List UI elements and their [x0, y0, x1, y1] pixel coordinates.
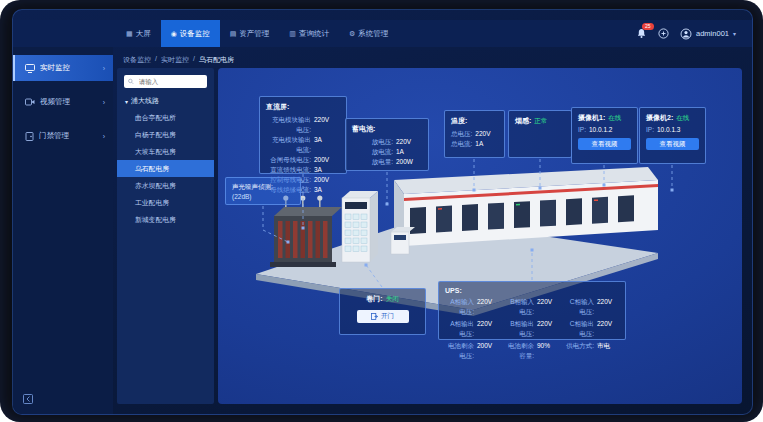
video-camera-icon	[25, 98, 35, 106]
panel-title: 摄像机2:	[646, 113, 673, 123]
ip-value: 10.0.1.3	[657, 126, 681, 133]
topbar-right: 25 admin001 ▾	[636, 20, 752, 47]
metric-value: 220V	[537, 297, 559, 317]
metric-label: 放电压:	[352, 137, 393, 147]
metric-value: 3A	[314, 165, 340, 175]
sidebar-item-video-mgmt[interactable]: 视频管理 ›	[13, 89, 113, 115]
tree-item[interactable]: 工业配电房	[117, 194, 214, 211]
tree-item[interactable]: 大坡车配电房	[117, 143, 214, 160]
ip-label: IP:	[646, 126, 654, 133]
sidebar-item-access-mgmt[interactable]: 门禁管理 ›	[13, 123, 113, 149]
metric-label: B相输出电压:	[505, 319, 534, 339]
tree-item[interactable]: 曲合亭配电所	[117, 109, 214, 126]
temperature-panel: 温度: 总电压:220V 总电流:1A	[444, 110, 505, 158]
breadcrumb-item[interactable]: 实时监控	[161, 55, 189, 65]
nav-label: 大屏	[136, 29, 151, 39]
fullscreen-icon	[658, 28, 669, 39]
door-panel: 卷门: 关闭 开门	[339, 288, 426, 335]
tree-group-node[interactable]: ▾ 浦大线路	[117, 94, 214, 109]
nav-item-query-stats[interactable]: ▥ 查询统计	[279, 20, 339, 47]
metric-label: C相输出电压:	[565, 319, 594, 339]
metric-label: 放电量:	[352, 157, 393, 167]
metric-value: 200V	[314, 155, 340, 165]
sidebar-item-label: 实时监控	[40, 63, 70, 73]
breadcrumb-current: 乌石配电房	[199, 55, 234, 65]
panel-title: 直流屏:	[266, 102, 340, 112]
chevron-down-icon: ▾	[733, 30, 736, 37]
ip-label: IP:	[578, 126, 586, 133]
nav-item-device-monitor[interactable]: ◉ 设备监控	[161, 20, 220, 47]
metric-value: 200V	[314, 175, 340, 185]
ip-value: 10.0.1.2	[589, 126, 613, 133]
metric-value: 220V	[597, 319, 619, 339]
search-input[interactable]	[137, 77, 203, 86]
metric-value: 220V	[537, 319, 559, 339]
station-tree-panel: ▾ 浦大线路 曲合亭配电所 白杨子配电房 大坡车配电房 乌石配电房 赤水坝配电房…	[117, 68, 214, 404]
nav-item-system-mgmt[interactable]: ⚙ 系统管理	[339, 20, 398, 47]
search-icon	[128, 78, 134, 85]
main-nav: ▦ 大屏 ◉ 设备监控 ▤ 资产管理 ▥ 查询统计 ⚙ 系统管理	[116, 20, 398, 47]
fullscreen-button[interactable]	[658, 28, 669, 39]
metric-value: 90%	[537, 341, 559, 361]
chevron-right-icon: ›	[103, 99, 105, 106]
room-visualization-panel: 直流屏: 充电模块输出电压:220V 充电模块输出电流:3A 合闸母线电压:20…	[218, 68, 742, 404]
metric-value: 220V	[597, 297, 619, 317]
dashboard-icon: ▦	[126, 30, 133, 37]
nav-item-asset-mgmt[interactable]: ▤ 资产管理	[220, 20, 280, 47]
open-door-icon	[371, 313, 378, 320]
camera1-panel: 摄像机1: 在线 IP: 10.0.1.2 查看视频	[571, 107, 638, 164]
view-video-button[interactable]: 查看视频	[646, 138, 699, 150]
tree-item[interactable]: 白杨子配电房	[117, 126, 214, 143]
transformer	[270, 195, 342, 267]
metric-label: 合闸母线电压:	[266, 155, 311, 165]
panel-title: 烟感:	[515, 116, 531, 126]
sidebar-item-realtime-monitor[interactable]: 实时监控 ›	[13, 55, 113, 81]
tree-item[interactable]: 赤水坝配电房	[117, 177, 214, 194]
switchgear-row	[394, 167, 658, 246]
breadcrumb-item[interactable]: 设备监控	[123, 55, 151, 65]
notifications-button[interactable]: 25	[636, 28, 647, 39]
metric-label: 放电流:	[352, 147, 393, 157]
camera-status: 在线	[608, 114, 621, 123]
metric-label: 充电模块输出电压:	[266, 115, 311, 135]
panel-title: 摄像机1:	[578, 113, 605, 123]
camera-status: 在线	[676, 114, 689, 123]
metric-value: 220V	[477, 319, 499, 339]
tree-item[interactable]: 新城变配电房	[117, 211, 214, 228]
view-video-button[interactable]: 查看视频	[578, 138, 631, 150]
metric-label: A相输出电压:	[445, 319, 474, 339]
metric-label: 总电流:	[451, 139, 472, 149]
panel-title: UPS:	[445, 287, 619, 294]
monitor-icon: ◉	[171, 30, 177, 37]
door-access-icon	[25, 132, 34, 141]
metric-label: C相输入电压:	[565, 297, 594, 317]
connector-endpoints	[287, 184, 674, 267]
ups-metrics-grid: A相输入电压:220V B相输入电压:220V C相输入电压:220V A相输出…	[445, 297, 619, 361]
tree-search[interactable]	[124, 75, 207, 88]
tree-item-selected[interactable]: 乌石配电房	[117, 160, 214, 177]
noise-detector-panel: 声光噪声侦测: (22dB)	[225, 177, 301, 205]
notification-badge: 25	[642, 23, 654, 30]
metric-label: A相输入电压:	[445, 297, 474, 317]
metric-value: 200W	[396, 157, 422, 167]
breadcrumb-separator: /	[193, 55, 195, 65]
sidebar-item-label: 门禁管理	[39, 131, 69, 141]
metric-label: 电池剩余电压:	[445, 341, 474, 361]
battery-cabinet	[342, 191, 378, 262]
metric-value: 3A	[314, 135, 340, 155]
breadcrumb: 设备监控 / 实时监控 / 乌石配电房	[123, 55, 234, 65]
open-door-button[interactable]: 开门	[357, 310, 409, 323]
nav-label: 设备监控	[180, 29, 210, 39]
sidebar-collapse-button[interactable]	[23, 394, 33, 404]
metric-value: 3A	[314, 185, 340, 195]
nav-item-dashboard[interactable]: ▦ 大屏	[116, 20, 161, 47]
nav-label: 系统管理	[358, 29, 388, 39]
nav-label: 资产管理	[239, 29, 269, 39]
metric-value: 220V	[314, 115, 340, 135]
metric-label: B相输入电压:	[505, 297, 534, 317]
metric-label: 充电模块输出电流:	[266, 135, 311, 155]
metric-value: 220V	[477, 297, 499, 317]
user-menu[interactable]: admin001 ▾	[680, 28, 736, 40]
username: admin001	[696, 29, 729, 38]
metric-label: 供电方式:	[565, 341, 594, 361]
